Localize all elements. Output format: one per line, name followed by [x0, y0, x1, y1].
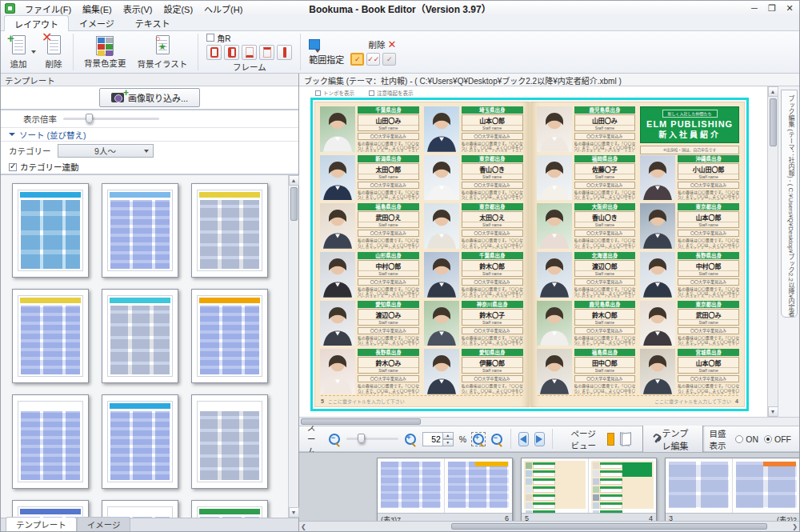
delete-page-button[interactable]: ✕ 削除 — [42, 34, 65, 70]
zoom-spin-down[interactable]: ▼ — [443, 439, 454, 446]
menu-edit[interactable]: 編集(E) — [77, 2, 118, 16]
left-chapter-placeholder[interactable]: ここに章タイトルを入力して下さい — [328, 398, 405, 405]
ruler-on-radio[interactable] — [735, 435, 743, 443]
template-thumbnail-10[interactable] — [12, 500, 89, 518]
spread-view-icon[interactable] — [620, 433, 631, 445]
staff-card[interactable]: 愛知県出身 伊藤〇郎 Staff name 〇〇大学卒業見込み 私の趣味は〇〇鑑… — [424, 349, 523, 394]
menu-settings[interactable]: 設定(S) — [158, 2, 198, 16]
staff-card[interactable]: 福島県出身 武田〇え Staff name 〇〇大学卒業見込み 私の趣味は〇〇鑑… — [320, 203, 419, 249]
single-page-view-icon[interactable] — [607, 433, 614, 446]
staff-card[interactable]: 長野県出身 中村〇郎 Staff name 〇〇大学卒業見込み 私の趣味は〇〇鑑… — [640, 252, 739, 298]
editor-canvas[interactable]: トンボを表示 注意喚起を表示 千葉県出身 山田〇み — [299, 86, 767, 417]
thumbnail-spread-5-4[interactable]: 5 4 — [521, 458, 657, 521]
range-delete-icon[interactable]: ✕ — [387, 38, 396, 50]
category-select[interactable]: 9人～ — [58, 144, 154, 158]
display-zoom-slider[interactable] — [63, 118, 159, 120]
thumbnail-spread-7-6[interactable]: (表3)7 6 — [377, 458, 513, 521]
template-list-scrollbar[interactable]: ▲ ▼ — [288, 175, 298, 518]
next-page-button[interactable] — [534, 432, 545, 446]
staff-card[interactable]: 鹿児島県出身 山田〇み Staff name 〇〇大学卒業見込み 私の趣味は〇〇… — [537, 106, 636, 152]
maximize-button[interactable]: ❐ — [766, 3, 778, 14]
zoom-slider[interactable] — [346, 438, 398, 440]
trim-marks-checkbox[interactable] — [315, 90, 321, 96]
template-thumbnail-12[interactable] — [191, 500, 268, 518]
range-color-swatch[interactable] — [309, 39, 320, 50]
frame-style-5-button[interactable] — [277, 45, 292, 60]
menu-help[interactable]: ヘルプ(H) — [198, 2, 248, 16]
staff-card[interactable]: 北海道出身 渡辺〇郎 Staff name 〇〇大学卒業見込み 私の趣味は〇〇鑑… — [537, 252, 636, 298]
bg-color-button[interactable]: 背景色変更 — [82, 35, 129, 70]
staff-card[interactable]: 東京都出身 武田〇み Staff name 〇〇大学卒業見込み 私の趣味は〇〇鑑… — [640, 301, 739, 346]
page-right[interactable]: 鹿児島県出身 山田〇み Staff name 〇〇大学卒業見込み 私の趣味は〇〇… — [531, 102, 746, 407]
add-page-button[interactable]: + 追加 — [7, 34, 30, 70]
canvas-vertical-scrollbar[interactable]: ▲ ▼ — [767, 86, 778, 417]
staff-card[interactable]: 千葉県出身 山田〇み Staff name 〇〇大学卒業見込み 私の趣味は〇〇鑑… — [320, 106, 419, 152]
staff-card[interactable]: 鹿児島県出身 鈴木〇郎 Staff name 〇〇大学卒業見込み 私の趣味は〇〇… — [537, 301, 636, 346]
staff-card[interactable]: 沖縄県出身 小山田〇郎 Staff name 〇〇大学卒業見込み 私の趣味は〇〇… — [640, 155, 739, 201]
template-thumbnail-6[interactable] — [191, 289, 268, 383]
zoom-percent-input[interactable] — [422, 432, 443, 446]
category-link-checkbox[interactable] — [9, 163, 17, 171]
page-left[interactable]: 千葉県出身 山田〇み Staff name 〇〇大学卒業見込み 私の趣味は〇〇鑑… — [314, 102, 531, 407]
zoom-area-icon[interactable]: + — [472, 433, 485, 446]
ruler-off-radio[interactable] — [764, 435, 772, 443]
image-import-button[interactable]: 画像取り込み... — [99, 88, 200, 107]
staff-card[interactable]: 大阪府出身 香山〇き Staff name 〇〇大学卒業見込み 私の趣味は〇〇鑑… — [537, 203, 636, 249]
template-thumbnail-3[interactable] — [191, 183, 268, 278]
prev-page-button[interactable] — [518, 432, 529, 446]
right-chapter-placeholder[interactable]: ここに章タイトルを入力して下さい — [654, 398, 731, 405]
template-thumbnail-8[interactable] — [102, 394, 178, 489]
template-thumbnail-4[interactable] — [12, 289, 89, 383]
spread-title-block[interactable]: 新しく入社した仲間たち ELM PUBLISHING 新入社員紹介 ※出身校・国… — [640, 106, 739, 152]
staff-card[interactable]: 長野県出身 鈴木〇み Staff name 〇〇大学卒業見込み 私の趣味は〇〇鑑… — [320, 349, 419, 394]
staff-card[interactable]: 福島県出身 田中〇郎 Staff name 〇〇大学卒業見込み 私の趣味は〇〇鑑… — [537, 349, 636, 394]
add-dropdown-caret[interactable] — [31, 50, 36, 54]
staff-card[interactable]: 東京都出身 太田〇え Staff name 〇〇大学卒業見込み 私の趣味は〇〇鑑… — [424, 203, 523, 249]
range-check-3-button[interactable]: ✓ — [382, 53, 396, 66]
staff-card[interactable]: 東京都出身 山本〇郎 Staff name 〇〇大学卒業見込み 私の趣味は〇〇鑑… — [640, 203, 739, 249]
document-side-tab[interactable]: ブック編集 (テーマ：社内報) - ( C:¥Users¥Q¥Desktop¥ブ… — [778, 86, 799, 417]
warning-checkbox[interactable] — [369, 90, 374, 96]
zoom-out-icon[interactable]: − — [328, 433, 341, 446]
sort-toggle[interactable]: ソート (並び替え) — [1, 128, 298, 142]
range-check-2-button[interactable]: ✓✓ — [366, 53, 380, 66]
corner-r-checkbox[interactable] — [206, 34, 214, 42]
menu-file[interactable]: ファイル(F) — [19, 2, 77, 16]
tab-image[interactable]: イメージ — [69, 14, 125, 30]
template-thumbnail-11[interactable] — [102, 500, 178, 518]
frame-style-4-button[interactable] — [259, 45, 274, 60]
staff-card[interactable]: 山形県出身 中村〇郎 Staff name 〇〇大学卒業見込み 私の趣味は〇〇鑑… — [320, 252, 419, 298]
tab-text[interactable]: テキスト — [125, 14, 181, 30]
staff-card[interactable]: 福岡県出身 佐藤〇子 Staff name 〇〇大学卒業見込み 私の趣味は〇〇鑑… — [537, 155, 636, 201]
staff-card[interactable]: 新潟県出身 太田〇郎 Staff name 〇〇大学卒業見込み 私の趣味は〇〇鑑… — [320, 155, 419, 201]
frame-style-1-button[interactable] — [206, 45, 222, 60]
staff-card[interactable]: 愛知県出身 渡辺〇み Staff name 〇〇大学卒業見込み 私の趣味は〇〇鑑… — [320, 301, 419, 346]
strip-horizontal-scrollbar[interactable]: ❮❯ — [299, 521, 799, 531]
template-thumbnail-9[interactable] — [191, 394, 268, 489]
staff-card[interactable]: 東京都出身 香山〇き Staff name 〇〇大学卒業見込み 私の趣味は〇〇鑑… — [424, 155, 523, 201]
staff-card[interactable]: 神奈川県出身 鈴木〇子 Staff name 〇〇大学卒業見込み 私の趣味は〇〇… — [424, 301, 523, 346]
frame-style-2-button[interactable] — [224, 45, 239, 60]
selected-spread[interactable]: 千葉県出身 山田〇み Staff name 〇〇大学卒業見込み 私の趣味は〇〇鑑… — [310, 98, 749, 411]
template-edit-button[interactable]: テンプレ編集 — [642, 423, 704, 455]
bg-illustration-button[interactable]: ○★ 背景イラスト — [135, 34, 190, 70]
thumbnail-spread-3-2[interactable]: 3 (表2)2 — [665, 458, 799, 521]
staff-card[interactable]: 宮城県出身 山本〇郎 Staff name 〇〇大学卒業見込み 私の趣味は〇〇鑑… — [640, 349, 739, 394]
tab-layout[interactable]: レイアウト — [4, 15, 69, 31]
panel-tab-image[interactable]: イメージ — [77, 517, 131, 531]
minimize-button[interactable]: ─ — [749, 3, 760, 14]
staff-card[interactable]: 千葉県出身 鈴木〇郎 Staff name 〇〇大学卒業見込み 私の趣味は〇〇鑑… — [424, 252, 523, 298]
range-check-1-button[interactable]: ✓ — [350, 53, 364, 66]
panel-tab-template[interactable]: テンプレート — [6, 517, 77, 531]
canvas-horizontal-scrollbar[interactable] — [299, 417, 799, 426]
template-thumbnail-5[interactable] — [102, 289, 178, 383]
menu-view[interactable]: 表示(V) — [118, 2, 158, 16]
template-thumbnail-1[interactable] — [12, 183, 89, 278]
template-thumbnail-2[interactable] — [102, 183, 178, 278]
staff-card[interactable]: 埼玉県出身 山本〇郎 Staff name 〇〇大学卒業見込み 私の趣味は〇〇鑑… — [424, 106, 523, 152]
template-thumbnail-7[interactable] — [12, 394, 89, 489]
frame-style-3-button[interactable] — [242, 45, 257, 60]
zoom-in-icon[interactable]: + — [404, 433, 417, 446]
close-button[interactable]: ✕ — [784, 3, 795, 14]
zoom-reset-icon[interactable]: − — [490, 433, 503, 446]
